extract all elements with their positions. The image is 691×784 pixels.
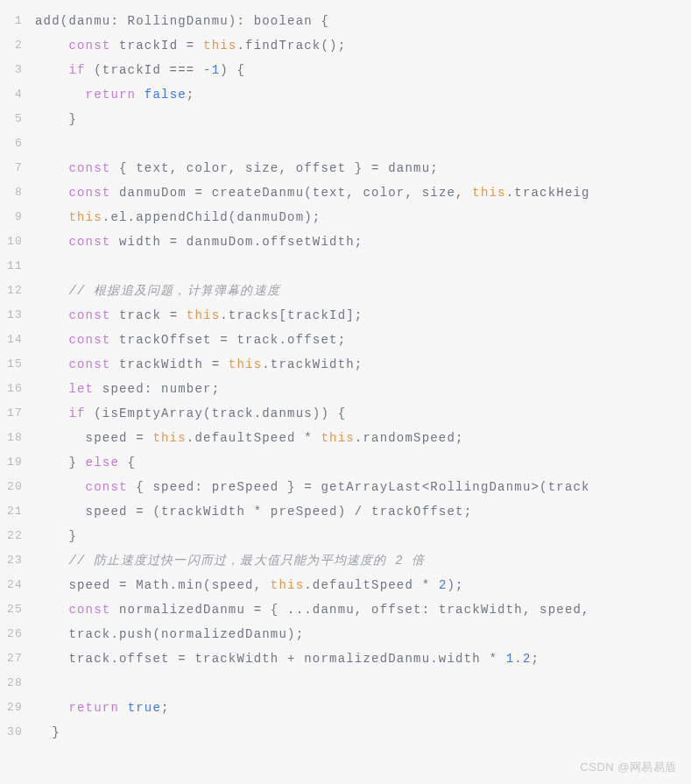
line-number: 21 bbox=[0, 499, 35, 524]
code-content: const trackId = this.findTrack(); bbox=[35, 33, 346, 58]
token: speed = (trackWidth * preSpeed) / trackO… bbox=[35, 505, 472, 519]
code-content: if (trackId === -1) { bbox=[35, 58, 245, 82]
code-content: } else { bbox=[35, 450, 136, 475]
code-line: 4 return false; bbox=[0, 82, 691, 107]
line-number: 7 bbox=[0, 156, 35, 180]
code-block: 1add(danmu: RollingDanmu): boolean {2 co… bbox=[0, 0, 691, 753]
token: this bbox=[271, 578, 304, 592]
code-line: 30 } bbox=[0, 720, 691, 745]
token: const bbox=[68, 161, 110, 175]
token: else bbox=[86, 456, 119, 470]
code-content: const { text, color, size, offset } = da… bbox=[35, 156, 439, 180]
code-line: 26 track.push(normalizedDanmu); bbox=[0, 622, 691, 646]
line-number: 15 bbox=[0, 352, 35, 377]
code-content: return false; bbox=[35, 82, 194, 107]
line-number: 22 bbox=[0, 524, 35, 548]
token: { text, color, size, offset } = danmu; bbox=[110, 161, 438, 175]
code-line: 11 bbox=[0, 254, 691, 279]
code-line: 8 const danmuDom = createDanmu(text, col… bbox=[0, 180, 691, 205]
line-number: 20 bbox=[0, 475, 35, 499]
token bbox=[35, 333, 68, 347]
line-number: 18 bbox=[0, 426, 35, 450]
token: trackWidth = bbox=[110, 357, 228, 371]
code-line: 9 this.el.appendChild(danmuDom); bbox=[0, 205, 691, 230]
token: speed: number; bbox=[94, 382, 220, 396]
code-content: const trackOffset = track.offset; bbox=[35, 328, 346, 352]
token: .randomSpeed; bbox=[355, 431, 464, 445]
token bbox=[35, 88, 86, 102]
code-content: const track = this.tracks[trackId]; bbox=[35, 303, 363, 328]
code-content: add(danmu: RollingDanmu): boolean { bbox=[35, 9, 329, 33]
token bbox=[35, 235, 68, 249]
line-number: 28 bbox=[0, 671, 35, 696]
token: .tracks[trackId]; bbox=[220, 308, 363, 322]
token: this bbox=[203, 39, 236, 53]
line-number: 12 bbox=[0, 279, 35, 303]
token: speed = Math.min(speed, bbox=[35, 578, 271, 592]
token: this bbox=[152, 431, 186, 445]
token: ; bbox=[161, 701, 170, 715]
token: ; bbox=[532, 652, 540, 666]
line-number: 9 bbox=[0, 205, 35, 230]
line-number: 27 bbox=[0, 646, 35, 671]
token: -1 bbox=[203, 63, 220, 77]
code-content: speed = this.defaultSpeed * this.randomS… bbox=[35, 426, 464, 450]
token bbox=[119, 701, 128, 715]
token: let bbox=[68, 382, 94, 396]
token: this bbox=[68, 210, 102, 224]
token: if bbox=[68, 63, 85, 77]
code-content: const trackWidth = this.trackWidth; bbox=[35, 352, 363, 377]
code-line: 5 } bbox=[0, 107, 691, 131]
token: .trackWidth; bbox=[262, 357, 363, 371]
code-content: } bbox=[35, 107, 77, 131]
code-content: speed = Math.min(speed, this.defaultSpee… bbox=[35, 573, 464, 597]
line-number: 2 bbox=[0, 33, 35, 58]
token: } bbox=[35, 112, 77, 126]
token: const bbox=[86, 480, 128, 494]
token: danmuDom = createDanmu(text, color, size… bbox=[110, 186, 472, 200]
token bbox=[136, 88, 145, 102]
token: track = bbox=[110, 308, 186, 322]
token: ); bbox=[447, 578, 463, 592]
line-number: 5 bbox=[0, 107, 35, 131]
code-content: speed = (trackWidth * preSpeed) / trackO… bbox=[35, 499, 472, 524]
line-number: 25 bbox=[0, 597, 35, 622]
code-line: 22 } bbox=[0, 524, 691, 548]
line-number: 24 bbox=[0, 573, 35, 597]
line-number: 11 bbox=[0, 254, 35, 279]
token: (trackId === bbox=[86, 63, 203, 77]
token: return bbox=[86, 88, 137, 102]
token bbox=[35, 39, 68, 53]
line-number: 30 bbox=[0, 720, 35, 745]
token: .defaultSpeed * bbox=[304, 578, 439, 592]
token: trackId = bbox=[110, 39, 203, 53]
line-number: 17 bbox=[0, 401, 35, 426]
token bbox=[35, 210, 68, 224]
token: { speed: preSpeed } = getArrayLast<Rolli… bbox=[128, 480, 590, 494]
code-content: return true; bbox=[35, 696, 170, 720]
code-content: track.push(normalizedDanmu); bbox=[35, 622, 304, 646]
code-line: 3 if (trackId === -1) { bbox=[0, 58, 691, 82]
token bbox=[35, 406, 68, 420]
code-content: } bbox=[35, 524, 77, 548]
code-line: 25 const normalizedDanmu = { ...danmu, o… bbox=[0, 597, 691, 622]
token: .trackHeig bbox=[506, 186, 590, 200]
code-line: 23 // 防止速度过快一闪而过，最大值只能为平均速度的 2 倍 bbox=[0, 548, 691, 573]
code-content: let speed: number; bbox=[35, 377, 220, 401]
token bbox=[35, 308, 68, 322]
token: this bbox=[472, 186, 505, 200]
token: } bbox=[35, 529, 77, 543]
code-line: 29 return true; bbox=[0, 696, 691, 720]
token: ; bbox=[187, 88, 195, 102]
code-line: 7 const { text, color, size, offset } = … bbox=[0, 156, 691, 180]
code-line: 1add(danmu: RollingDanmu): boolean { bbox=[0, 9, 691, 33]
token bbox=[35, 382, 68, 396]
token: return bbox=[68, 701, 119, 715]
code-line: 18 speed = this.defaultSpeed * this.rand… bbox=[0, 426, 691, 450]
token bbox=[35, 554, 68, 568]
code-line: 16 let speed: number; bbox=[0, 377, 691, 401]
token bbox=[35, 63, 68, 77]
code-content: // 防止速度过快一闪而过，最大值只能为平均速度的 2 倍 bbox=[35, 548, 426, 573]
token bbox=[35, 480, 86, 494]
line-number: 3 bbox=[0, 58, 35, 82]
